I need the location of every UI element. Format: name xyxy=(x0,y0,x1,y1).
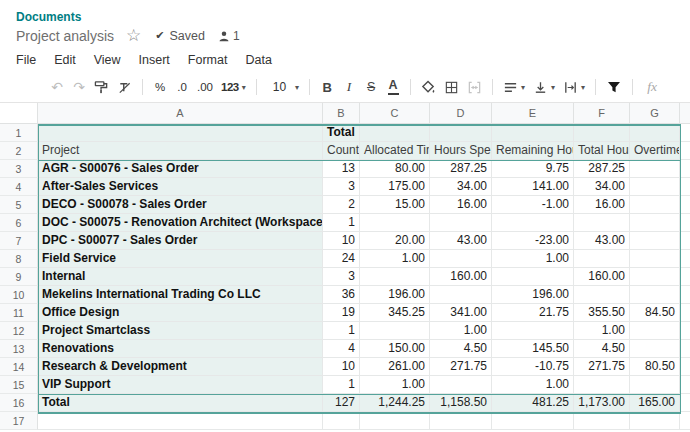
cell-A5[interactable]: DECO - S00078 - Sales Order xyxy=(38,196,323,214)
cell-E7[interactable]: -23.00 xyxy=(492,232,574,250)
cell-filler[interactable] xyxy=(680,286,690,304)
cell-E8[interactable]: 1.00 xyxy=(492,250,574,268)
cell-B14[interactable]: 10 xyxy=(323,358,360,376)
cell-B1[interactable]: Total xyxy=(323,124,360,142)
cell-G17[interactable] xyxy=(630,412,680,430)
row-header-15[interactable]: 15 xyxy=(0,376,38,394)
cell-B2[interactable]: Count xyxy=(323,142,360,160)
row-header-16[interactable]: 16 xyxy=(0,394,38,412)
cell-F2[interactable]: Total Hours xyxy=(574,142,630,160)
cell-filler[interactable] xyxy=(680,412,690,430)
cell-C12[interactable] xyxy=(360,322,430,340)
cell-A11[interactable]: Office Design xyxy=(38,304,323,322)
cell-F12[interactable]: 1.00 xyxy=(574,322,630,340)
document-title[interactable]: Project analysis xyxy=(16,28,114,44)
row-header-8[interactable]: 8 xyxy=(0,250,38,268)
cell-B7[interactable]: 10 xyxy=(323,232,360,250)
cell-D13[interactable]: 4.50 xyxy=(430,340,492,358)
number-format-button[interactable]: 123 ▾ xyxy=(218,76,249,98)
cell-filler[interactable] xyxy=(680,232,690,250)
cell-D5[interactable]: 16.00 xyxy=(430,196,492,214)
cell-E12[interactable] xyxy=(492,322,574,340)
cell-C3[interactable]: 80.00 xyxy=(360,160,430,178)
column-header-E[interactable]: E xyxy=(492,103,574,124)
cell-A9[interactable]: Internal xyxy=(38,268,323,286)
cell-E15[interactable]: 1.00 xyxy=(492,376,574,394)
cell-B6[interactable]: 1 xyxy=(323,214,360,232)
menu-insert[interactable]: Insert xyxy=(130,50,179,70)
cell-D9[interactable]: 160.00 xyxy=(430,268,492,286)
cell-G10[interactable] xyxy=(630,286,680,304)
cell-A16[interactable]: Total xyxy=(38,394,323,412)
strikethrough-button[interactable]: S xyxy=(361,76,381,98)
increase-decimal-button[interactable]: .00 xyxy=(194,76,216,98)
row-header-4[interactable]: 4 xyxy=(0,178,38,196)
cell-filler[interactable] xyxy=(680,322,690,340)
cell-filler[interactable] xyxy=(680,142,690,160)
row-header-6[interactable]: 6 xyxy=(0,214,38,232)
font-size-selector[interactable]: 10 ▾ xyxy=(264,76,302,98)
cell-B12[interactable]: 1 xyxy=(323,322,360,340)
cell-B3[interactable]: 13 xyxy=(323,160,360,178)
column-header-A[interactable]: A xyxy=(38,103,323,124)
cell-A2[interactable]: Project xyxy=(38,142,323,160)
cell-E17[interactable] xyxy=(492,412,574,430)
row-header-14[interactable]: 14 xyxy=(0,358,38,376)
row-header-13[interactable]: 13 xyxy=(0,340,38,358)
menu-file[interactable]: File xyxy=(7,50,45,70)
cell-F7[interactable]: 43.00 xyxy=(574,232,630,250)
redo-button[interactable]: ↷ xyxy=(69,76,89,98)
cell-filler[interactable] xyxy=(680,124,690,142)
bold-button[interactable]: B xyxy=(317,76,337,98)
cell-E4[interactable]: 141.00 xyxy=(492,178,574,196)
favorite-star-icon[interactable]: ☆ xyxy=(126,27,141,44)
cell-filler[interactable] xyxy=(680,160,690,178)
cell-G7[interactable] xyxy=(630,232,680,250)
cell-G1[interactable] xyxy=(630,124,680,142)
cell-E5[interactable]: -1.00 xyxy=(492,196,574,214)
vertical-align-button[interactable]: ▾ xyxy=(530,76,558,98)
cell-B16[interactable]: 127 xyxy=(323,394,360,412)
cell-G5[interactable] xyxy=(630,196,680,214)
cell-filler[interactable] xyxy=(680,394,690,412)
cell-D8[interactable] xyxy=(430,250,492,268)
cell-B8[interactable]: 24 xyxy=(323,250,360,268)
cell-filler[interactable] xyxy=(680,376,690,394)
cell-D17[interactable] xyxy=(430,412,492,430)
cell-F6[interactable] xyxy=(574,214,630,232)
cell-C5[interactable]: 15.00 xyxy=(360,196,430,214)
column-header-D[interactable]: D xyxy=(430,103,492,124)
breadcrumb-documents-link[interactable]: Documents xyxy=(16,10,81,24)
cell-E14[interactable]: -10.75 xyxy=(492,358,574,376)
cell-C2[interactable]: Allocated Time xyxy=(360,142,430,160)
row-header-17[interactable]: 17 xyxy=(0,412,38,430)
cell-E6[interactable] xyxy=(492,214,574,232)
cell-C14[interactable]: 261.00 xyxy=(360,358,430,376)
cell-B9[interactable]: 3 xyxy=(323,268,360,286)
cell-B5[interactable]: 2 xyxy=(323,196,360,214)
cell-A6[interactable]: DOC - S00075 - Renovation Architect (Wor… xyxy=(38,214,323,232)
cell-G2[interactable]: Overtime xyxy=(630,142,680,160)
cell-D2[interactable]: Hours Spent xyxy=(430,142,492,160)
fill-color-button[interactable] xyxy=(418,76,439,98)
cell-E3[interactable]: 9.75 xyxy=(492,160,574,178)
menu-edit[interactable]: Edit xyxy=(45,50,85,70)
cell-B4[interactable]: 3 xyxy=(323,178,360,196)
cell-F16[interactable]: 1,173.00 xyxy=(574,394,630,412)
cell-D1[interactable] xyxy=(430,124,492,142)
cell-D11[interactable]: 341.00 xyxy=(430,304,492,322)
cell-E9[interactable] xyxy=(492,268,574,286)
cell-C1[interactable] xyxy=(360,124,430,142)
cell-G6[interactable] xyxy=(630,214,680,232)
cell-G14[interactable]: 80.50 xyxy=(630,358,680,376)
row-header-1[interactable]: 1 xyxy=(0,124,38,142)
undo-button[interactable]: ↶ xyxy=(47,76,67,98)
cell-C13[interactable]: 150.00 xyxy=(360,340,430,358)
paint-format-button[interactable] xyxy=(91,76,112,98)
cell-D15[interactable] xyxy=(430,376,492,394)
borders-button[interactable] xyxy=(441,76,462,98)
cell-C16[interactable]: 1,244.25 xyxy=(360,394,430,412)
cell-F10[interactable] xyxy=(574,286,630,304)
cell-filler[interactable] xyxy=(680,196,690,214)
cell-G15[interactable] xyxy=(630,376,680,394)
